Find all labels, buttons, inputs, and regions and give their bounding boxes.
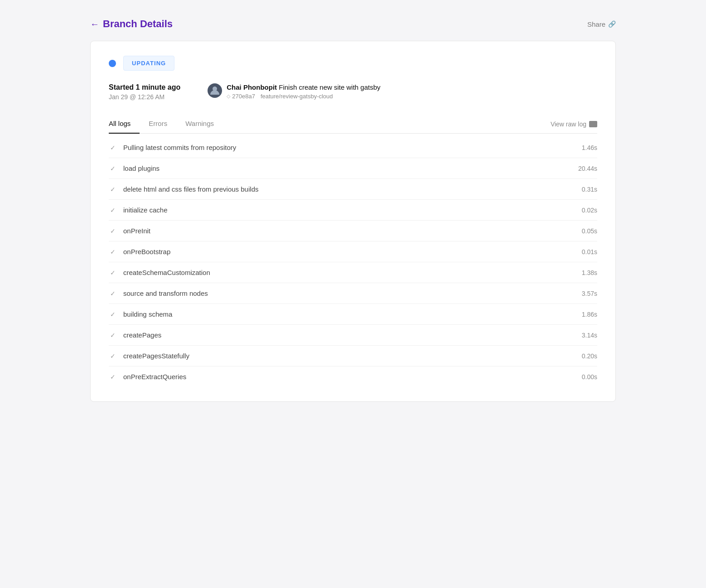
share-button[interactable]: Share 🔗	[587, 20, 616, 28]
raw-log-icon	[589, 121, 597, 127]
status-section: UPDATING	[109, 56, 597, 71]
log-label: delete html and css files from previous …	[123, 185, 258, 193]
page-header: ← Branch Details Share 🔗	[90, 11, 616, 41]
log-item: ✓initialize cache0.02s	[109, 200, 597, 221]
log-label: Pulling latest commits from repository	[123, 144, 236, 151]
diamond-icon: ◇	[227, 93, 230, 99]
commit-meta: Chai Phonbopit Finish create new site wi…	[227, 83, 380, 100]
check-icon: ✓	[109, 373, 117, 381]
check-icon: ✓	[109, 186, 117, 193]
main-card: UPDATING Started 1 minute ago Jan 29 @ 1…	[90, 41, 616, 402]
log-item: ✓onPreBootstrap0.01s	[109, 241, 597, 262]
log-time: 0.31s	[582, 186, 597, 193]
back-link[interactable]: ← Branch Details	[90, 18, 173, 30]
tab-errors[interactable]: Errors	[140, 115, 176, 134]
log-label: building schema	[123, 310, 172, 318]
log-item: ✓onPreExtractQueries0.00s	[109, 366, 597, 387]
check-icon: ✓	[109, 290, 117, 297]
tabs-section: All logs Errors Warnings View raw log	[109, 115, 597, 134]
view-raw-log-label: View raw log	[551, 120, 586, 128]
check-icon: ✓	[109, 332, 117, 339]
log-item: ✓delete html and css files from previous…	[109, 179, 597, 200]
build-info: Started 1 minute ago Jan 29 @ 12:26 AM C…	[109, 83, 597, 101]
log-list: ✓Pulling latest commits from repository1…	[109, 137, 597, 387]
log-item: ✓createSchemaCustomization1.38s	[109, 262, 597, 283]
check-icon: ✓	[109, 248, 117, 255]
page-title: Branch Details	[103, 18, 173, 30]
log-label: onPreBootstrap	[123, 248, 170, 255]
tabs: All logs Errors Warnings	[109, 115, 223, 133]
log-label: onPreInit	[123, 227, 150, 235]
commit-message-body: Finish create new site with gatsby	[279, 83, 380, 91]
check-icon: ✓	[109, 269, 117, 276]
commit-details: ◇ 270e8a7 feature/review-gatsby-cloud	[227, 93, 380, 100]
tab-all-logs[interactable]: All logs	[109, 115, 140, 134]
check-icon: ✓	[109, 207, 117, 214]
log-label: initialize cache	[123, 206, 168, 214]
log-label: createPages	[123, 331, 161, 339]
log-item: ✓onPreInit0.05s	[109, 221, 597, 241]
back-arrow-icon: ←	[90, 19, 99, 29]
avatar	[208, 83, 222, 98]
check-icon: ✓	[109, 165, 117, 172]
check-icon: ✓	[109, 144, 117, 151]
status-badge: UPDATING	[123, 56, 174, 71]
log-time: 0.02s	[582, 207, 597, 214]
check-icon: ✓	[109, 352, 117, 360]
log-label: onPreExtractQueries	[123, 373, 186, 381]
log-time: 0.00s	[582, 373, 597, 381]
log-time: 0.01s	[582, 248, 597, 255]
log-time: 0.20s	[582, 352, 597, 360]
log-item: ✓createPages3.14s	[109, 325, 597, 346]
log-item: ✓createPagesStatefully0.20s	[109, 346, 597, 366]
check-icon: ✓	[109, 311, 117, 318]
log-label: createSchemaCustomization	[123, 269, 210, 276]
view-raw-log-button[interactable]: View raw log	[551, 120, 597, 128]
commit-hash-value: 270e8a7	[232, 93, 255, 100]
log-time: 3.57s	[582, 290, 597, 297]
commit-section: Chai Phonbopit Finish create new site wi…	[208, 83, 380, 101]
log-label: source and transform nodes	[123, 289, 208, 297]
branch-name: feature/review-gatsby-cloud	[261, 93, 333, 100]
log-time: 20.44s	[578, 165, 597, 172]
commit-message: Chai Phonbopit Finish create new site wi…	[227, 83, 380, 91]
log-label: load plugins	[123, 164, 160, 172]
log-time: 1.46s	[582, 144, 597, 151]
share-link-icon: 🔗	[608, 20, 616, 28]
log-item: ✓Pulling latest commits from repository1…	[109, 137, 597, 158]
log-time: 3.14s	[582, 332, 597, 339]
check-icon: ✓	[109, 227, 117, 235]
build-date-label: Jan 29 @ 12:26 AM	[109, 93, 180, 101]
share-label: Share	[587, 20, 605, 28]
commit-author: Chai Phonbopit	[227, 83, 277, 91]
log-item: ✓building schema1.86s	[109, 304, 597, 325]
build-time-section: Started 1 minute ago Jan 29 @ 12:26 AM	[109, 83, 180, 101]
commit-hash: ◇ 270e8a7	[227, 93, 255, 100]
log-label: createPagesStatefully	[123, 352, 189, 360]
log-item: ✓load plugins20.44s	[109, 158, 597, 179]
tab-warnings[interactable]: Warnings	[176, 115, 223, 134]
status-dot-icon	[109, 60, 116, 67]
log-time: 1.38s	[582, 269, 597, 276]
log-time: 1.86s	[582, 311, 597, 318]
log-item: ✓source and transform nodes3.57s	[109, 283, 597, 304]
build-started-label: Started 1 minute ago	[109, 83, 180, 92]
log-time: 0.05s	[582, 227, 597, 235]
